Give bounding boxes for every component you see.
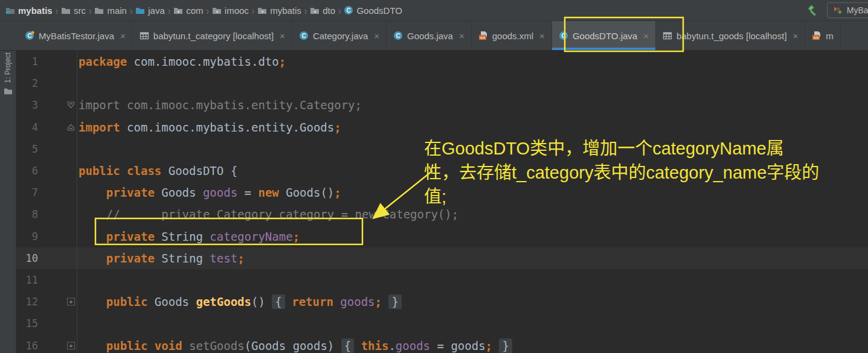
gutter-fold-zone [38,160,77,182]
breadcrumb-separator: › [130,4,132,17]
code-text[interactable]: public class GoodsDTO { [77,164,237,177]
svg-text:C: C [396,33,400,39]
breadcrumb-label: src [74,5,86,16]
tool-window-button-project[interactable]: 1: Project [0,52,16,98]
gutter-fold-zone [38,226,77,247]
breadcrumb-label: dto [323,5,335,16]
fold-marker-icon[interactable]: + [67,342,75,349]
package-icon [257,5,267,15]
tab-goodsdto-java[interactable]: CGoodsDTO.java× [552,21,656,50]
breadcrumb-label: mybatis [18,5,53,16]
project-button-label: 1: Project [4,52,12,83]
code-text[interactable]: public void setGoods(Goods goods) { this… [77,339,512,352]
source-folder-icon [135,5,145,15]
build-hammer-icon[interactable] [806,4,818,16]
code-line-6[interactable]: 6public class GoodsDTO { [16,160,868,182]
code-line-16[interactable]: 16+ public void setGoods(Goods goods) { … [16,334,868,353]
package-icon [212,5,222,15]
breadcrumb-separator: › [56,4,58,17]
breadcrumb-item-mybatis[interactable]: mybatis [5,5,53,16]
code-editor[interactable]: 1package com.imooc.mybatis.dto;23import … [16,51,868,353]
tab-label: MyBatisTestor.java [39,31,114,41]
code-line-5[interactable]: 5 [16,138,868,160]
class-icon: C [393,31,403,40]
code-text[interactable]: private Goods goods = new Goods(); [77,186,341,199]
tab-label: GoodsDTO.java [573,31,637,41]
breadcrumb-item-src[interactable]: src [60,5,86,16]
tab-close-icon[interactable]: × [793,31,799,41]
line-number: 1 [16,56,38,68]
breadcrumb-separator: › [168,4,170,17]
code-text[interactable]: package com.imooc.mybatis.dto; [77,55,286,68]
code-line-1[interactable]: 1package com.imooc.mybatis.dto; [16,51,868,72]
breadcrumb-item-imooc[interactable]: imooc [211,5,249,16]
breadcrumb-item-main[interactable]: main [94,5,127,16]
tab-close-icon[interactable]: × [539,31,545,41]
package-icon [310,5,320,15]
breadcrumb-separator: › [89,4,91,17]
tab-babytun-t-goods-localhost[interactable]: babytun.t_goods [localhost]× [656,21,805,50]
line-number: 12 [16,296,38,308]
gutter-fold-zone: + [38,291,77,313]
project-folder-icon [4,86,13,98]
breadcrumb-item-dto[interactable]: dto [309,5,336,16]
gutter-fold-zone: + [38,334,77,353]
svg-text:<>: <> [480,35,486,40]
breadcrumb-item-mybatis[interactable]: mybatis [257,5,302,16]
tab-close-icon[interactable]: × [120,31,126,41]
code-text[interactable]: // private Category category = new Categ… [77,208,458,221]
test-class-icon: C [25,31,34,40]
tab-goods-xml[interactable]: <>goods.xml× [472,21,552,50]
tab-close-icon[interactable]: × [280,31,285,41]
code-line-8[interactable]: 8 // private Category category = new Cat… [16,203,868,225]
code-text[interactable]: public Goods getGoods() { return goods; … [77,295,402,308]
run-config-label: MyBatisTesto [847,5,868,15]
fold-marker-icon[interactable] [67,101,75,109]
breadcrumb-item-com[interactable]: com [173,5,204,16]
code-text[interactable]: private String categoryName; [77,230,300,243]
class-icon: C [299,31,309,40]
breadcrumb-item-goodsdto[interactable]: CGoodsDTO [343,5,403,16]
tab-goods-java[interactable]: CGoods.java× [387,21,472,50]
tab-close-icon[interactable]: × [374,31,379,41]
code-line-3[interactable]: 3import com.imooc.mybatis.entity.Categor… [16,94,868,116]
code-text[interactable]: private String test; [77,252,245,265]
tab-label: babytun.t_goods [localhost] [677,31,787,41]
tab-close-icon[interactable]: × [459,31,465,41]
fold-marker-icon[interactable] [67,123,75,131]
gutter-fold-zone [38,182,77,203]
tab-m[interactable]: <>m [805,21,841,50]
tab-mybatistestor-java[interactable]: CMyBatisTestor.java× [18,21,133,50]
svg-text:<>: <> [814,35,820,40]
line-number: 6 [16,165,38,177]
editor-tab-bar: CMyBatisTestor.java×babytun.t_category [… [0,21,868,51]
run-configuration-selector[interactable]: MyBatisTesto [827,2,868,18]
code-line-2[interactable]: 2 [16,72,868,94]
code-line-12[interactable]: 12+ public Goods getGoods() { return goo… [16,291,868,313]
breadcrumb-label: java [148,5,165,16]
line-number: 4 [16,121,38,133]
code-line-4[interactable]: 4import com.imooc.mybatis.entity.Goods; [16,116,868,138]
code-line-15[interactable]: 15 [16,313,868,334]
code-line-10[interactable]: 10 private String test; [16,247,868,269]
table-icon [140,31,149,40]
breadcrumb-separator: › [252,4,254,17]
breadcrumb-item-java[interactable]: java [135,5,166,16]
line-number: 9 [16,231,38,243]
code-text[interactable]: import com.imooc.mybatis.entity.Category… [77,98,362,112]
code-line-7[interactable]: 7 private Goods goods = new Goods(); [16,182,868,203]
code-text[interactable]: import com.imooc.mybatis.entity.Goods; [77,121,341,134]
gutter-fold-zone [38,116,77,138]
tab-category-java[interactable]: CCategory.java× [292,21,387,50]
breadcrumb-separator: › [338,4,341,17]
gutter-fold-zone [38,138,77,160]
tab-babytun-t-category-localhost[interactable]: babytun.t_category [localhost]× [133,21,292,50]
breadcrumb-label: com [186,5,203,16]
svg-text:C: C [301,33,306,39]
code-line-11[interactable]: 11 [16,269,868,291]
tab-close-icon[interactable]: × [643,31,649,41]
tab-label: m [826,31,834,41]
fold-marker-icon[interactable]: + [67,298,75,306]
code-line-9[interactable]: 9 private String categoryName; [16,226,868,247]
gutter-fold-zone [38,247,77,269]
